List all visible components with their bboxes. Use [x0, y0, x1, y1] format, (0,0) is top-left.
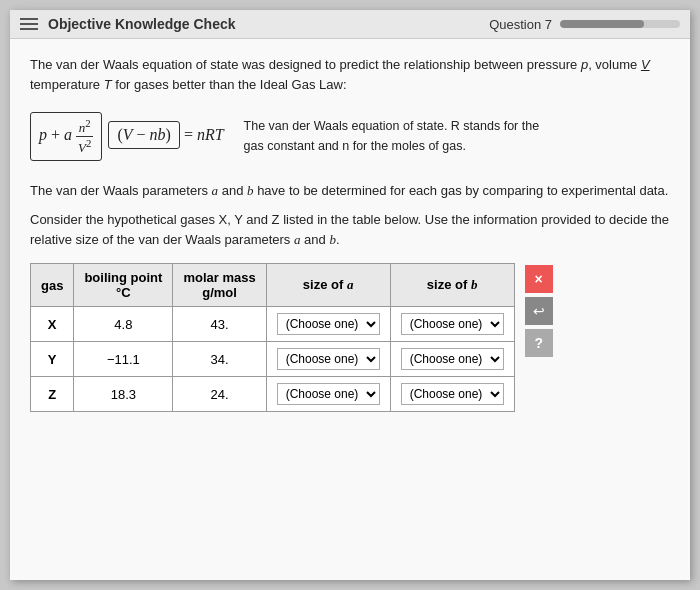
boiling-z: 18.3 [74, 377, 173, 412]
size-a-y-select[interactable]: (Choose one) smallest middle largest [277, 348, 380, 370]
gas-label-x: X [31, 307, 74, 342]
molar-y: 34. [173, 342, 266, 377]
size-b-y-cell: (Choose one) smallest middle largest [390, 342, 514, 377]
boiling-x: 4.8 [74, 307, 173, 342]
size-a-x-cell: (Choose one) smallest middle largest [266, 307, 390, 342]
size-b-z-cell: (Choose one) smallest middle largest [390, 377, 514, 412]
hamburger-menu-icon[interactable] [20, 18, 38, 30]
gas-label-z: Z [31, 377, 74, 412]
size-b-y-select[interactable]: (Choose one) smallest middle largest [401, 348, 504, 370]
table-section: gas boiling point°C molar massg/mol size… [30, 263, 670, 412]
col-header-size-b: size of b [390, 264, 514, 307]
equation-section: p + a n2 V2 (V − nb) = nRT The van der W… [30, 106, 670, 167]
size-a-y-cell: (Choose one) smallest middle largest [266, 342, 390, 377]
action-buttons: × ↩ ? [525, 265, 553, 357]
size-a-x-select[interactable]: (Choose one) smallest middle largest [277, 313, 380, 335]
gas-label-y: Y [31, 342, 74, 377]
equation-description: The van der Waals equation of state. R s… [244, 116, 544, 156]
help-button[interactable]: ? [525, 329, 553, 357]
top-bar: Objective Knowledge Check Question 7 [10, 10, 690, 39]
size-b-x-cell: (Choose one) smallest middle largest [390, 307, 514, 342]
param-paragraph: The van der Waals parameters a and b hav… [30, 181, 670, 201]
col-header-gas: gas [31, 264, 74, 307]
col-header-boiling: boiling point°C [74, 264, 173, 307]
progress-bar [560, 20, 680, 28]
table-row: X 4.8 43. (Choose one) smallest middle l… [31, 307, 515, 342]
data-table: gas boiling point°C molar massg/mol size… [30, 263, 515, 412]
size-b-x-select[interactable]: (Choose one) smallest middle largest [401, 313, 504, 335]
question-label: Question 7 [489, 17, 552, 32]
molar-x: 43. [173, 307, 266, 342]
col-header-molar: molar massg/mol [173, 264, 266, 307]
undo-button[interactable]: ↩ [525, 297, 553, 325]
equation-display: p + a n2 V2 (V − nb) = nRT [30, 112, 224, 161]
top-bar-right: Question 7 [489, 17, 680, 32]
table-row: Z 18.3 24. (Choose one) smallest middle … [31, 377, 515, 412]
app-container: Objective Knowledge Check Question 7 The… [10, 10, 690, 580]
size-a-z-cell: (Choose one) smallest middle largest [266, 377, 390, 412]
intro-paragraph: The van der Waals equation of state was … [30, 55, 670, 94]
progress-fill [560, 20, 644, 28]
molar-z: 24. [173, 377, 266, 412]
size-b-z-select[interactable]: (Choose one) smallest middle largest [401, 383, 504, 405]
clear-button[interactable]: × [525, 265, 553, 293]
col-header-size-a: size of a [266, 264, 390, 307]
size-a-z-select[interactable]: (Choose one) smallest middle largest [277, 383, 380, 405]
table-row: Y −11.1 34. (Choose one) smallest middle… [31, 342, 515, 377]
consider-paragraph: Consider the hypothetical gases X, Y and… [30, 210, 670, 249]
page-title: Objective Knowledge Check [48, 16, 236, 32]
boiling-y: −11.1 [74, 342, 173, 377]
top-bar-left: Objective Knowledge Check [20, 16, 236, 32]
content-area: The van der Waals equation of state was … [10, 39, 690, 580]
